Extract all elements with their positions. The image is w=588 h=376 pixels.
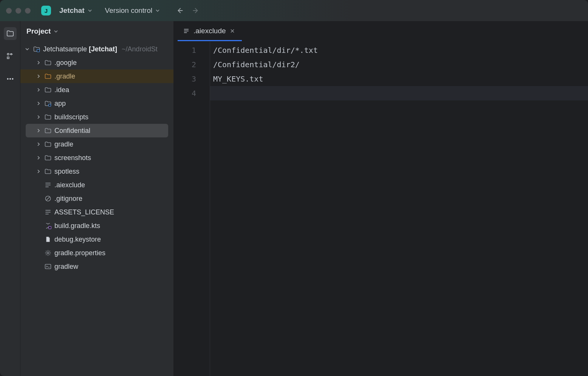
tree-node-label: buildscripts: [54, 113, 88, 121]
nav-controls: [176, 6, 200, 15]
code-text: /Confidential/dir2/: [210, 57, 588, 72]
text-icon: [44, 181, 52, 189]
svg-rect-5: [37, 49, 40, 52]
folder-icon: [44, 59, 52, 67]
tree-item[interactable]: ASSETS_LICENSE: [20, 205, 173, 219]
tool-rail: [0, 21, 20, 376]
svg-rect-6: [49, 104, 51, 106]
ignore-icon: [44, 194, 52, 203]
gear-icon: [44, 249, 52, 257]
tree-node-label: .aiexclude: [54, 181, 85, 189]
folder-icon: [6, 29, 14, 38]
project-selector[interactable]: Jetchat: [57, 5, 94, 16]
rail-project-button[interactable]: [4, 27, 17, 40]
tree-item[interactable]: screenshots: [20, 151, 173, 165]
tree-item[interactable]: .gitignore: [20, 192, 173, 205]
folder-icon: [44, 72, 52, 80]
minimize-window-icon[interactable]: [15, 8, 21, 14]
project-folder-icon: [32, 45, 41, 53]
tree-node-label: gradle: [54, 140, 73, 148]
code-line[interactable]: MY_KEYS.txt: [210, 72, 588, 86]
close-window-icon[interactable]: [6, 8, 12, 14]
zoom-window-icon[interactable]: [25, 8, 31, 14]
code-line[interactable]: /Confidential/dir2/: [210, 57, 588, 72]
close-icon[interactable]: [230, 28, 235, 34]
folder-icon: [44, 154, 52, 162]
tree-node-label: ASSETS_LICENSE: [54, 208, 114, 216]
code-area: 1234 /Confidential/dir/*.txt/Confidentia…: [174, 42, 588, 376]
tree-node-label: gradle.properties: [54, 249, 105, 257]
svg-point-4: [12, 78, 13, 79]
editor-area: .aiexclude 1234 /Confidential/dir/*.txt/…: [174, 21, 588, 376]
tree-node-label: debug.keystore: [54, 236, 101, 243]
vcs-label: Version control: [105, 6, 153, 15]
folder-icon: [44, 113, 52, 121]
text-file-icon: [183, 28, 190, 34]
tree-item[interactable]: buildscripts: [20, 110, 173, 124]
chevron-down-icon: [54, 29, 58, 34]
tree-item[interactable]: gradle: [20, 137, 173, 151]
rail-more-button[interactable]: [4, 72, 17, 85]
titlebar: J Jetchat Version control: [0, 0, 588, 21]
project-badge[interactable]: J: [41, 6, 51, 15]
tree-node-label: Confidential: [54, 127, 90, 135]
nav-back-icon[interactable]: [176, 6, 184, 15]
tree-node-label: screenshots: [54, 154, 91, 162]
line-number: 3: [174, 72, 210, 86]
tree-item[interactable]: .aiexclude: [20, 178, 173, 192]
tree-node-path: ~/AndroidSt: [122, 45, 158, 53]
editor-tab[interactable]: .aiexclude: [178, 21, 242, 41]
tree-item[interactable]: gradle.properties: [20, 246, 173, 260]
code-content[interactable]: /Confidential/dir/*.txt/Confidential/dir…: [210, 42, 588, 376]
vcs-selector[interactable]: Version control: [103, 5, 162, 16]
line-number: 1: [174, 43, 210, 57]
tab-label: .aiexclude: [193, 27, 226, 35]
code-text: /Confidential/dir/*.txt: [210, 43, 588, 57]
tree-item[interactable]: Confidential: [26, 124, 168, 137]
structure-icon: [6, 52, 14, 60]
module-icon: [44, 99, 52, 108]
tree-node-label: app: [54, 100, 66, 108]
folder-icon: [44, 140, 52, 148]
tree-root[interactable]: Jetchatsample [Jetchat]~/AndroidSt: [20, 42, 173, 56]
code-line[interactable]: /Confidential/dir/*.txt: [210, 43, 588, 57]
project-name-label: Jetchat: [59, 6, 85, 15]
project-panel-header[interactable]: Project: [20, 21, 173, 42]
tree-node-label: .google: [54, 59, 77, 67]
tree-item[interactable]: .idea: [20, 83, 173, 97]
tree-item[interactable]: debug.keystore: [20, 233, 173, 246]
tree-item[interactable]: build.gradle.kts: [20, 219, 173, 233]
svg-rect-1: [7, 57, 9, 59]
tree-item[interactable]: spotless: [20, 165, 173, 178]
tree-item[interactable]: app: [20, 97, 173, 110]
line-number: 4: [174, 86, 210, 100]
svg-rect-8: [49, 227, 51, 229]
line-gutter: 1234: [174, 42, 210, 376]
tree-item[interactable]: .gradle: [20, 69, 173, 83]
code-line[interactable]: [210, 86, 588, 100]
folder-icon: [44, 167, 52, 176]
tree-node-label: build.gradle.kts: [54, 222, 100, 230]
tree-node-label: .idea: [54, 86, 69, 94]
window-controls: [6, 8, 31, 14]
chevron-down-icon: [88, 8, 92, 13]
project-panel: Project Jetchatsample [Jetchat]~/Android…: [20, 21, 174, 376]
svg-point-3: [9, 78, 11, 79]
project-tree[interactable]: Jetchatsample [Jetchat]~/AndroidSt.googl…: [20, 42, 173, 376]
more-icon: [6, 75, 14, 83]
folder-icon: [44, 86, 52, 94]
svg-point-9: [47, 252, 49, 254]
tree-node-label: Jetchatsample [Jetchat]: [43, 45, 117, 53]
tree-item[interactable]: .google: [20, 56, 173, 69]
term-icon: [44, 262, 52, 271]
tree-node-label: spotless: [54, 168, 79, 176]
panel-title: Project: [26, 27, 51, 35]
tree-node-label: .gradle: [54, 72, 75, 80]
nav-forward-icon[interactable]: [192, 6, 200, 15]
svg-rect-10: [45, 264, 51, 269]
svg-point-0: [7, 53, 9, 55]
rail-structure-button[interactable]: [4, 50, 17, 63]
tree-node-label: gradlew: [54, 263, 78, 271]
editor-tabs: .aiexclude: [174, 21, 588, 42]
tree-item[interactable]: gradlew: [20, 260, 173, 273]
